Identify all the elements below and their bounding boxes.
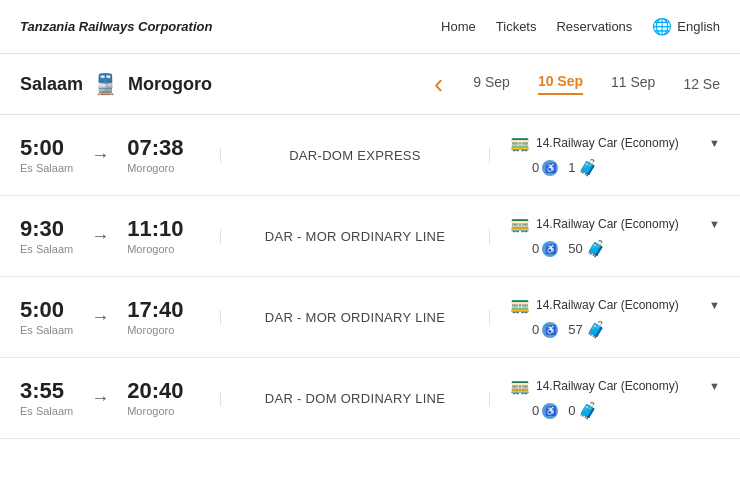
header: Tanzania Railways Corporation Home Ticke…: [0, 0, 740, 54]
direction-arrow-icon: →: [91, 226, 109, 247]
arrive-time: 11:10: [127, 217, 183, 241]
depart-city: Es Salaam: [20, 162, 73, 174]
seat-class-label: 14.Railway Car (Economy): [536, 136, 703, 150]
from-city: Salaam: [20, 74, 83, 95]
arrive-block: 07:38 Morogoro: [127, 136, 183, 174]
nav-reservations[interactable]: Reservations: [556, 19, 632, 34]
date-tab-3[interactable]: 12 Se: [683, 76, 720, 92]
accessible-count-item: 0 ♿: [532, 241, 558, 257]
train-row: 3:55 Es Salaam → 20:40 Morogoro DAR - DO…: [0, 358, 740, 439]
seat-section: 🚃 14.Railway Car (Economy) ▼ 0 ♿ 57 🧳: [490, 295, 720, 339]
date-tab-1[interactable]: 10 Sep: [538, 73, 583, 95]
arrive-block: 20:40 Morogoro: [127, 379, 183, 417]
seat-class-row[interactable]: 🚃 14.Railway Car (Economy) ▼: [510, 214, 720, 233]
depart-block: 5:00 Es Salaam: [20, 298, 73, 336]
dropdown-arrow-icon: ▼: [709, 380, 720, 392]
date-tab-0[interactable]: 9 Sep: [473, 74, 510, 94]
depart-time: 9:30: [20, 217, 73, 241]
arrive-time: 17:40: [127, 298, 183, 322]
accessible-count-item: 0 ♿: [532, 403, 558, 419]
luggage-count-item: 1 🧳: [568, 158, 598, 177]
direction-arrow-icon: →: [91, 307, 109, 328]
accessible-icon: ♿: [542, 241, 558, 257]
seat-class-row[interactable]: 🚃 14.Railway Car (Economy) ▼: [510, 295, 720, 314]
arrive-city: Morogoro: [127, 324, 183, 336]
accessible-count: 0: [532, 403, 539, 418]
luggage-icon: 🧳: [586, 320, 606, 339]
seat-counts: 0 ♿ 1 🧳: [510, 158, 720, 177]
route-bar: Salaam 🚆 Morogoro ‹ 9 Sep 10 Sep 11 Sep …: [0, 54, 740, 115]
depart-city: Es Salaam: [20, 324, 73, 336]
luggage-icon: 🧳: [586, 239, 606, 258]
to-city: Morogoro: [128, 74, 212, 95]
arrive-time: 07:38: [127, 136, 183, 160]
luggage-count-item: 50 🧳: [568, 239, 605, 258]
seat-icon: 🚃: [510, 376, 530, 395]
globe-icon: 🌐: [652, 17, 672, 36]
time-section: 5:00 Es Salaam → 07:38 Morogoro: [20, 136, 220, 174]
seat-counts: 0 ♿ 0 🧳: [510, 401, 720, 420]
seat-icon: 🚃: [510, 295, 530, 314]
depart-time: 5:00: [20, 298, 73, 322]
arrive-block: 17:40 Morogoro: [127, 298, 183, 336]
luggage-icon: 🧳: [578, 158, 598, 177]
train-name: DAR - DOM ORDINARY LINE: [220, 391, 490, 406]
time-section: 5:00 Es Salaam → 17:40 Morogoro: [20, 298, 220, 336]
trains-list: 5:00 Es Salaam → 07:38 Morogoro DAR-DOM …: [0, 115, 740, 439]
train-row: 5:00 Es Salaam → 07:38 Morogoro DAR-DOM …: [0, 115, 740, 196]
train-row: 9:30 Es Salaam → 11:10 Morogoro DAR - MO…: [0, 196, 740, 277]
route-info: Salaam 🚆 Morogoro: [20, 72, 212, 96]
seat-class-row[interactable]: 🚃 14.Railway Car (Economy) ▼: [510, 133, 720, 152]
arrive-city: Morogoro: [127, 405, 183, 417]
accessible-icon: ♿: [542, 403, 558, 419]
seat-section: 🚃 14.Railway Car (Economy) ▼ 0 ♿ 0 🧳: [490, 376, 720, 420]
nav-tickets[interactable]: Tickets: [496, 19, 537, 34]
language-selector[interactable]: 🌐 English: [652, 17, 720, 36]
dropdown-arrow-icon: ▼: [709, 299, 720, 311]
seat-icon: 🚃: [510, 133, 530, 152]
seat-section: 🚃 14.Railway Car (Economy) ▼ 0 ♿ 50 🧳: [490, 214, 720, 258]
arrive-city: Morogoro: [127, 162, 183, 174]
train-row: 5:00 Es Salaam → 17:40 Morogoro DAR - MO…: [0, 277, 740, 358]
prev-date-button[interactable]: ‹: [434, 68, 443, 100]
luggage-count: 0: [568, 403, 575, 418]
depart-block: 3:55 Es Salaam: [20, 379, 73, 417]
direction-arrow-icon: →: [91, 388, 109, 409]
train-icon: 🚆: [93, 72, 118, 96]
arrive-time: 20:40: [127, 379, 183, 403]
luggage-icon: 🧳: [578, 401, 598, 420]
accessible-icon: ♿: [542, 160, 558, 176]
train-name: DAR-DOM EXPRESS: [220, 148, 490, 163]
depart-city: Es Salaam: [20, 405, 73, 417]
seat-class-label: 14.Railway Car (Economy): [536, 298, 703, 312]
luggage-count-item: 57 🧳: [568, 320, 605, 339]
luggage-count: 50: [568, 241, 582, 256]
train-name: DAR - MOR ORDINARY LINE: [220, 229, 490, 244]
accessible-icon: ♿: [542, 322, 558, 338]
arrive-city: Morogoro: [127, 243, 183, 255]
accessible-count-item: 0 ♿: [532, 160, 558, 176]
luggage-count-item: 0 🧳: [568, 401, 598, 420]
accessible-count: 0: [532, 322, 539, 337]
seat-icon: 🚃: [510, 214, 530, 233]
seat-counts: 0 ♿ 50 🧳: [510, 239, 720, 258]
seat-class-row[interactable]: 🚃 14.Railway Car (Economy) ▼: [510, 376, 720, 395]
seat-counts: 0 ♿ 57 🧳: [510, 320, 720, 339]
nav-home[interactable]: Home: [441, 19, 476, 34]
brand-name: Tanzania Railways Corporation: [20, 19, 212, 34]
date-tab-2[interactable]: 11 Sep: [611, 74, 655, 94]
depart-block: 5:00 Es Salaam: [20, 136, 73, 174]
accessible-count: 0: [532, 241, 539, 256]
seat-section: 🚃 14.Railway Car (Economy) ▼ 0 ♿ 1 🧳: [490, 133, 720, 177]
arrive-block: 11:10 Morogoro: [127, 217, 183, 255]
language-label: English: [677, 19, 720, 34]
depart-block: 9:30 Es Salaam: [20, 217, 73, 255]
direction-arrow-icon: →: [91, 145, 109, 166]
depart-time: 5:00: [20, 136, 73, 160]
seat-class-label: 14.Railway Car (Economy): [536, 217, 703, 231]
depart-city: Es Salaam: [20, 243, 73, 255]
seat-class-label: 14.Railway Car (Economy): [536, 379, 703, 393]
dropdown-arrow-icon: ▼: [709, 218, 720, 230]
accessible-count-item: 0 ♿: [532, 322, 558, 338]
accessible-count: 0: [532, 160, 539, 175]
